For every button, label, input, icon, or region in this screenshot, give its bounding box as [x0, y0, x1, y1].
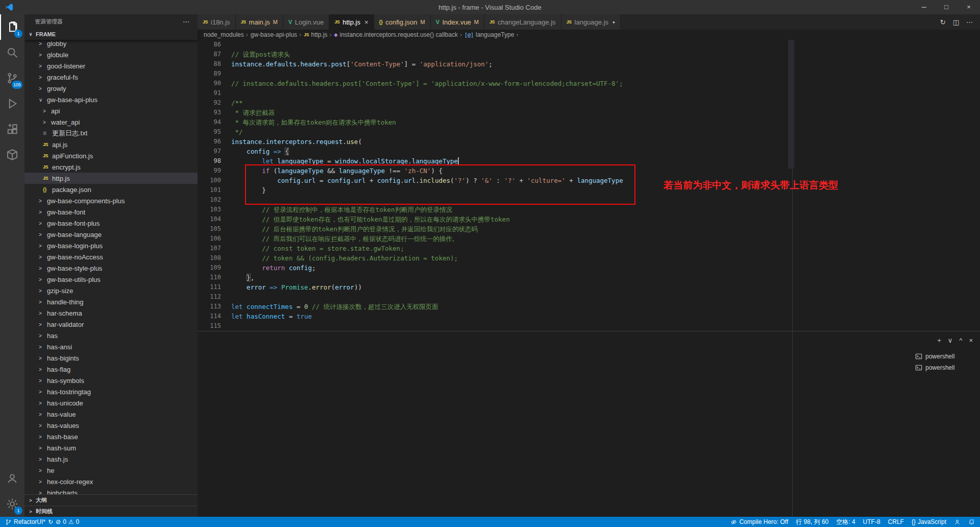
tree-item[interactable]: > JS {} ≡ handle-thing [24, 296, 198, 307]
editor-tab[interactable]: JS V {} main.js M ● × [236, 14, 283, 30]
views-more-icon[interactable]: ⋯ [183, 17, 190, 26]
tree-item[interactable]: JS {} ≡ apiFunction.js [24, 150, 198, 161]
tree-item[interactable]: > JS {} ≡ globby [24, 40, 198, 49]
tree-item[interactable]: > JS {} ≡ has [24, 330, 198, 341]
code-editor[interactable]: 86 87 // 设置post请求头 88 instance.defaults.… [198, 40, 980, 331]
tree-item[interactable]: > JS {} ≡ has-tostringtag [24, 386, 198, 397]
tree-item[interactable]: > JS {} ≡ gw-base-login-plus [24, 240, 198, 251]
tree-item[interactable]: > JS {} ≡ gw-base-components-plus [24, 195, 198, 206]
tree-item[interactable]: > JS {} ≡ he [24, 465, 198, 476]
code-line[interactable]: 94 * 每次请求前，如果存在token则在请求头中携带token [198, 117, 980, 127]
tree-item[interactable]: JS {} ≡ http.js [24, 173, 198, 184]
code-line[interactable]: 105 // 后台根据携带的token判断用户的登录情况，并返回给我们对应的状态… [198, 224, 980, 234]
frame-section-header[interactable]: ∨ FRAME [24, 29, 198, 40]
editor-tab[interactable]: JS V {} i18n.js M ● × [198, 14, 236, 30]
tree-item[interactable]: > JS {} ≡ has-value [24, 409, 198, 420]
editor-tab[interactable]: JS V {} http.js M ● × [329, 14, 374, 30]
minimize-button[interactable]: ─ [913, 0, 935, 14]
settings-gear-icon[interactable]: 1 [0, 491, 24, 517]
indentation-item[interactable]: 空格: 4 [836, 518, 855, 526]
tree-item[interactable]: > JS {} ≡ has-symbols [24, 375, 198, 386]
eol-item[interactable]: CRLF [888, 518, 904, 525]
tree-item[interactable]: > JS {} ≡ has-bigints [24, 352, 198, 364]
refresh-icon[interactable]: ↻ [940, 18, 946, 26]
code-line[interactable]: 88 instance.defaults.headers.post['Conte… [198, 59, 980, 69]
tree-item[interactable]: > JS {} ≡ has-ansi [24, 341, 198, 352]
run-debug-icon[interactable] [0, 91, 24, 116]
encoding-item[interactable]: UTF-8 [863, 518, 880, 525]
code-line[interactable]: 87 // 设置post请求头 [198, 50, 980, 59]
code-line[interactable]: 97 config => { [198, 147, 980, 156]
package-box-icon[interactable] [0, 142, 24, 167]
editor-scrollbar[interactable] [788, 40, 794, 169]
code-line[interactable]: 103 // 登录流程控制中，根据本地是否存在token判断用户的登录情况 [198, 205, 980, 214]
code-line[interactable]: 86 [198, 40, 980, 50]
tree-item[interactable]: > JS {} ≡ globule [24, 49, 198, 60]
tree-item[interactable]: > JS {} ≡ gw-base-font-plus [24, 218, 198, 229]
tree-item[interactable]: > JS {} ≡ hash-base [24, 431, 198, 442]
tree-item[interactable]: > JS {} ≡ api [24, 105, 198, 116]
language-mode-item[interactable]: {} JavaScript [912, 518, 946, 525]
code-line[interactable]: 109 return config; [198, 263, 980, 273]
tree-item[interactable]: JS {} ≡ 更新日志.txt [24, 128, 198, 139]
tree-item[interactable]: > JS {} ≡ har-validator [24, 319, 198, 330]
code-line[interactable]: 104 // 但是即使token存在，也有可能token是过期的，所以在每次的请… [198, 214, 980, 224]
code-line[interactable]: 108 // token && (config.headers.Authoriz… [198, 253, 980, 263]
code-line[interactable]: 90 // instance.defaults.headers.post['Co… [198, 79, 980, 88]
tree-item[interactable]: > JS {} ≡ hash-sum [24, 442, 198, 453]
code-line[interactable]: 107 // const token = store.state.gwToken… [198, 244, 980, 253]
tree-item[interactable]: > JS {} ≡ har-schema [24, 307, 198, 319]
extensions-icon[interactable] [0, 116, 24, 142]
tree-item[interactable]: > JS {} ≡ growly [24, 83, 198, 94]
tree-item[interactable]: ∨ JS {} ≡ gw-base-api-plus [24, 94, 198, 105]
tree-item[interactable]: > JS {} ≡ gw-base-noAccess [24, 251, 198, 262]
breadcrumb-item[interactable]: JS ◆ [@] gw-base-api-plus › [251, 31, 301, 38]
notifications-item[interactable] [968, 519, 975, 525]
tree-item[interactable]: > JS {} ≡ hex-color-regex [24, 476, 198, 487]
source-control-icon[interactable]: 105 [0, 65, 24, 91]
tree-item[interactable]: > JS {} ≡ gzip-size [24, 285, 198, 296]
breadcrumb-item[interactable]: JS ◆ [@] instance.interceptors.request.u… [334, 31, 462, 38]
code-line[interactable]: 96 instance.interceptors.request.use( [198, 137, 980, 147]
tree-item[interactable]: > JS {} ≡ gw-base-font [24, 206, 198, 218]
sidebar-section[interactable]: > 大纲 [24, 494, 198, 506]
tree-item[interactable]: > JS {} ≡ has-flag [24, 364, 198, 375]
feedback-item[interactable] [954, 519, 961, 525]
editor-tab[interactable]: JS V {} Login.vue M ● × [283, 14, 329, 30]
close-panel-icon[interactable]: × [969, 337, 973, 344]
tree-item[interactable]: > JS {} ≡ gw-base-language [24, 229, 198, 240]
code-line[interactable]: 89 [198, 69, 980, 79]
terminal-instance[interactable]: powershell [912, 362, 980, 373]
new-terminal-icon[interactable]: + [937, 337, 941, 344]
code-line[interactable]: 91 [198, 88, 980, 98]
editor-tab[interactable]: JS V {} language.js M ● × [561, 14, 621, 30]
tree-item[interactable]: JS {} ≡ package.json [24, 184, 198, 195]
maximize-button[interactable]: □ [935, 0, 958, 14]
more-actions-icon[interactable]: ⋯ [966, 18, 973, 26]
code-line[interactable]: 106 // 而后我们可以在响应拦截器中，根据状态码进行一些统一的操作。 [198, 234, 980, 244]
compile-hero-item[interactable]: Compile Hero: Off [730, 518, 788, 525]
breadcrumb-item[interactable]: JS ◆ [@] languageType › [464, 31, 518, 38]
search-icon[interactable] [0, 40, 24, 65]
split-editor-icon[interactable]: ◫ [953, 18, 959, 26]
code-line[interactable]: 95 */ [198, 127, 980, 137]
tree-item[interactable]: > JS {} ≡ good-listener [24, 60, 198, 71]
terminal-instance[interactable]: powershell [912, 351, 980, 362]
breadcrumb-item[interactable]: JS ◆ [@] http.js › [304, 31, 331, 38]
code-line[interactable]: 113 let connectTimes = 0 // 统计连接次数，超过三次进… [198, 302, 980, 312]
tree-item[interactable]: > JS {} ≡ gw-base-style-plus [24, 262, 198, 274]
close-button[interactable]: × [958, 0, 980, 14]
close-tab-icon[interactable]: × [364, 18, 369, 26]
tree-item[interactable]: JS {} ≡ api.js [24, 139, 198, 150]
tree-item[interactable]: > JS {} ≡ water_api [24, 116, 198, 128]
code-line[interactable]: 112 [198, 292, 980, 302]
cursor-position-item[interactable]: 行 98, 列 60 [796, 518, 828, 526]
sidebar-section[interactable]: > 时间线 [24, 506, 198, 517]
tree-item[interactable]: JS {} ≡ encrypt.js [24, 161, 198, 173]
problems-item[interactable]: ⊘ 0 ⚠ 0 [56, 518, 79, 525]
editor-tab[interactable]: JS V {} changeLanguage.js M ● × [484, 14, 561, 30]
breadcrumb-item[interactable]: JS ◆ [@] node_modules › [204, 31, 248, 38]
explorer-icon[interactable]: 1 [0, 14, 24, 40]
tree-item[interactable]: > JS {} ≡ highcharts [24, 487, 198, 494]
account-icon[interactable] [0, 466, 24, 491]
